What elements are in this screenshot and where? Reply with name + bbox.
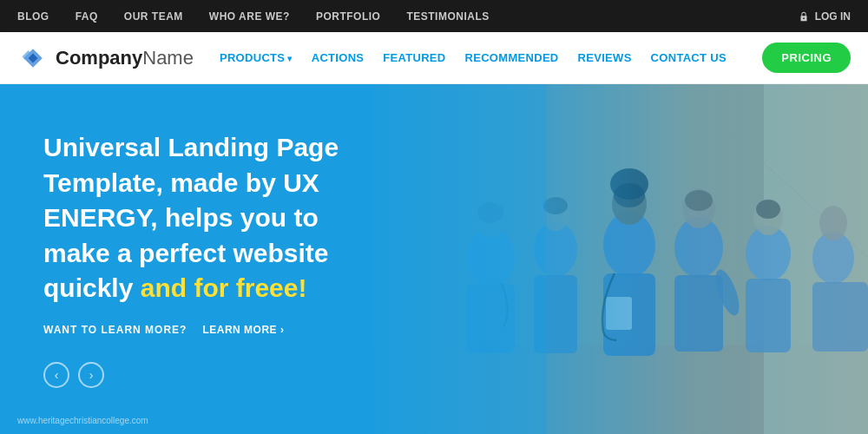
main-nav: CompanyName PRODUCTS ACTIONS FEATURED RE… bbox=[0, 32, 868, 84]
lock-icon bbox=[798, 10, 810, 23]
hero-title-highlight: and for freee! bbox=[141, 273, 307, 302]
logo-text: CompanyName bbox=[56, 47, 194, 69]
top-bar: BLOG FAQ OUR TEAM WHO ARE WE? PORTFOLIO … bbox=[0, 0, 868, 32]
topbar-blog[interactable]: BLOG bbox=[17, 10, 49, 23]
hero-content: Universal Landing Page Template, made by… bbox=[0, 95, 417, 423]
nav-recommended[interactable]: RECOMMENDED bbox=[465, 51, 559, 64]
hero-prev-button[interactable]: ‹ bbox=[43, 362, 69, 388]
topbar-testimonials[interactable]: TESTIMONIALS bbox=[406, 10, 489, 23]
nav-links: PRODUCTS ACTIONS FEATURED RECOMMENDED RE… bbox=[220, 51, 762, 64]
hero-footer-url: www.heritagechristiancollege.com bbox=[17, 416, 148, 425]
pricing-button[interactable]: PRICING bbox=[762, 43, 851, 73]
nav-actions[interactable]: ACTIONS bbox=[312, 51, 365, 64]
hero-arrows: ‹ › bbox=[43, 362, 373, 388]
topbar-faq[interactable]: FAQ bbox=[76, 10, 98, 23]
logo[interactable]: CompanyName bbox=[17, 43, 194, 74]
login-label: LOG IN bbox=[815, 10, 851, 23]
hero-cta-label: WANT TO LEARN MORE? bbox=[43, 324, 187, 336]
top-bar-nav: BLOG FAQ OUR TEAM WHO ARE WE? PORTFOLIO … bbox=[17, 10, 490, 23]
nav-contact-us[interactable]: CONTACT US bbox=[651, 51, 727, 64]
hero-next-button[interactable]: › bbox=[78, 362, 104, 388]
topbar-our-team[interactable]: OUR TEAM bbox=[124, 10, 183, 23]
nav-reviews[interactable]: REVIEWS bbox=[578, 51, 632, 64]
hero-learn-more-link[interactable]: LEARN MORE bbox=[202, 324, 284, 336]
login-area[interactable]: LOG IN bbox=[798, 10, 851, 23]
topbar-who-are-we[interactable]: WHO ARE WE? bbox=[209, 10, 290, 23]
hero-title: Universal Landing Page Template, made by… bbox=[43, 130, 373, 306]
topbar-portfolio[interactable]: PORTFOLIO bbox=[316, 10, 381, 23]
nav-featured[interactable]: FEATURED bbox=[383, 51, 445, 64]
logo-icon bbox=[17, 43, 49, 74]
hero-section: Universal Landing Page Template, made by… bbox=[0, 84, 868, 434]
nav-products[interactable]: PRODUCTS bbox=[220, 51, 293, 64]
hero-cta-row: WANT TO LEARN MORE? LEARN MORE bbox=[43, 324, 373, 336]
